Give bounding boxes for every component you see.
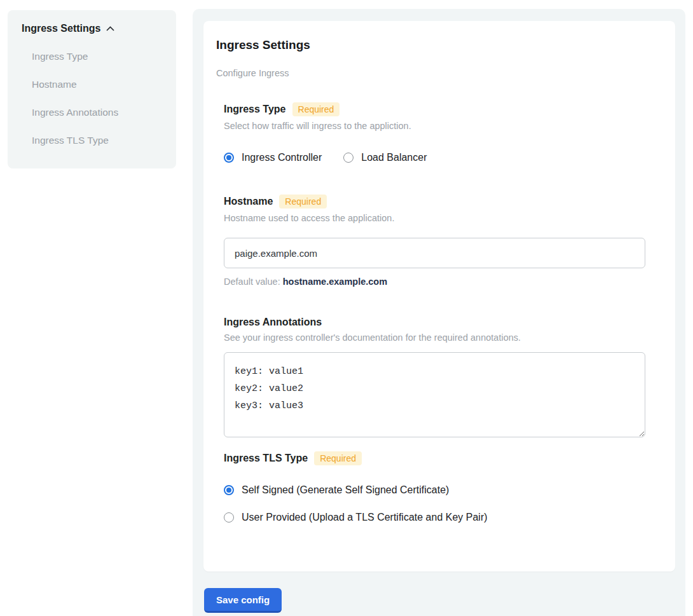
section-ingress-annotations: Ingress Annotations See your ingress con… bbox=[224, 317, 655, 437]
ingress-annotations-description: See your ingress controller's documentat… bbox=[224, 332, 655, 343]
sidebar-group-label: Ingress Settings bbox=[22, 23, 100, 34]
radio-self-signed[interactable]: Self Signed (Generate Self Signed Certif… bbox=[224, 484, 655, 496]
ingress-tls-type-label: Ingress TLS Type bbox=[224, 453, 308, 464]
hostname-label: Hostname bbox=[224, 196, 273, 207]
radio-unselected-icon bbox=[343, 153, 353, 163]
hostname-default-helper: Default value: hostname.example.com bbox=[224, 277, 655, 287]
radio-self-signed-label: Self Signed (Generate Self Signed Certif… bbox=[242, 484, 449, 496]
radio-user-provided[interactable]: User Provided (Upload a TLS Certificate … bbox=[224, 512, 655, 523]
required-badge: Required bbox=[292, 102, 340, 116]
section-hostname: Hostname Required Hostname used to acces… bbox=[224, 195, 655, 287]
sidebar-item-list: Ingress Type Hostname Ingress Annotation… bbox=[32, 51, 162, 146]
radio-load-balancer[interactable]: Load Balancer bbox=[343, 152, 427, 163]
hostname-input[interactable] bbox=[224, 238, 645, 268]
page: Ingress Settings Ingress Type Hostname I… bbox=[0, 0, 693, 616]
section-ingress-type: Ingress Type Required Select how traffic… bbox=[224, 102, 655, 163]
ingress-tls-radio-group: Self Signed (Generate Self Signed Certif… bbox=[224, 484, 655, 523]
radio-ingress-controller[interactable]: Ingress Controller bbox=[224, 152, 322, 163]
settings-sidebar: Ingress Settings Ingress Type Hostname I… bbox=[8, 10, 176, 168]
settings-panel: Ingress Settings Configure Ingress Ingre… bbox=[193, 9, 685, 616]
hostname-description: Hostname used to access the application. bbox=[224, 213, 655, 223]
radio-unselected-icon bbox=[224, 512, 234, 523]
sidebar-item-hostname[interactable]: Hostname bbox=[32, 79, 162, 90]
ingress-annotations-label: Ingress Annotations bbox=[224, 317, 322, 328]
hostname-default-value: hostname.example.com bbox=[283, 277, 387, 287]
radio-ingress-controller-label: Ingress Controller bbox=[242, 152, 322, 163]
radio-load-balancer-label: Load Balancer bbox=[361, 152, 427, 163]
page-title: Ingress Settings bbox=[216, 38, 655, 52]
ingress-settings-card: Ingress Settings Configure Ingress Ingre… bbox=[203, 21, 675, 572]
radio-selected-icon bbox=[224, 485, 234, 495]
ingress-annotations-textarea[interactable]: key1: value1 key2: value2 key3: value3 bbox=[224, 352, 645, 437]
radio-selected-icon bbox=[224, 153, 234, 163]
ingress-type-description: Select how traffic will ingress to the a… bbox=[224, 121, 655, 131]
sidebar-item-ingress-tls-type[interactable]: Ingress TLS Type bbox=[32, 135, 162, 146]
save-config-button[interactable]: Save config bbox=[204, 588, 282, 613]
radio-user-provided-label: User Provided (Upload a TLS Certificate … bbox=[242, 512, 488, 523]
sidebar-item-ingress-type[interactable]: Ingress Type bbox=[32, 51, 162, 62]
required-badge: Required bbox=[279, 195, 327, 209]
hostname-default-prefix: Default value: bbox=[224, 277, 283, 287]
required-badge: Required bbox=[314, 451, 362, 465]
sidebar-group-ingress-settings[interactable]: Ingress Settings bbox=[22, 23, 162, 34]
chevron-up-icon bbox=[106, 25, 115, 32]
page-subtitle: Configure Ingress bbox=[216, 68, 655, 78]
ingress-type-radio-group: Ingress Controller Load Balancer bbox=[224, 152, 655, 163]
sidebar-item-ingress-annotations[interactable]: Ingress Annotations bbox=[32, 107, 162, 118]
ingress-type-label: Ingress Type bbox=[224, 104, 286, 115]
section-ingress-tls-type: Ingress TLS Type Required Self Signed (G… bbox=[224, 451, 655, 523]
